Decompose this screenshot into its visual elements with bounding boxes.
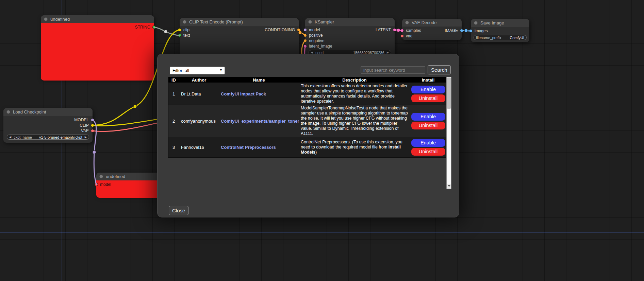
wire-reroute-dot[interactable] [464, 29, 468, 32]
collapse-dot-icon[interactable] [405, 21, 409, 24]
input-port-model[interactable] [95, 183, 98, 186]
input-port-clip[interactable] [178, 28, 181, 32]
port-row: MODEL [3, 117, 93, 123]
increment-arrow-icon[interactable]: ▶ [85, 136, 87, 139]
wire-vae-to-hidden [93, 122, 163, 131]
node-title: CLIP Text Encode (Prompt) [189, 19, 243, 24]
collapse-dot-icon[interactable] [99, 175, 103, 178]
extension-link[interactable]: ControlNet Preprocessors [221, 145, 276, 150]
column-header-name: Name [219, 77, 299, 83]
cell-install: EnableUninstall [410, 83, 446, 105]
uninstall-button[interactable]: Uninstall [411, 94, 445, 102]
manager-dialog: Filter: all ▼ Search IDAuthorNameDescrip… [157, 54, 459, 217]
node-undefined-top[interactable]: undefined STRING [41, 15, 154, 79]
node-title-bar[interactable]: KSampler [305, 18, 395, 26]
collapse-dot-icon[interactable] [44, 17, 48, 21]
node-title-bar[interactable]: CLIP Text Encode (Prompt) [180, 18, 299, 26]
cell-description: ControlNet Preprocessors. (To use this e… [299, 137, 410, 158]
port-row: text [180, 33, 299, 38]
cell-author: comfyanonymous [179, 105, 219, 137]
scrollbar-down-arrow-icon[interactable] [447, 184, 451, 188]
wire-reroute-dot[interactable] [93, 151, 96, 154]
input-port-latent-image[interactable] [303, 45, 307, 48]
table-header-row: IDAuthorNameDescriptionInstall [168, 77, 446, 83]
collapse-dot-icon[interactable] [183, 20, 186, 24]
input-port-text[interactable] [178, 34, 181, 37]
port-row: negative [305, 38, 395, 43]
port-row: images [471, 28, 529, 34]
extension-row: 3Fannovel16ControlNet PreprocessorsContr… [168, 137, 446, 158]
description-text: This extension offers various detector n… [301, 84, 408, 104]
node-title: VAE Decode [412, 20, 436, 25]
node-title: KSampler [315, 19, 334, 24]
uninstall-button[interactable]: Uninstall [411, 148, 445, 156]
input-port-label: positive [309, 33, 323, 38]
input-port-label: vae [406, 34, 412, 38]
filter-select[interactable]: Filter: all [170, 67, 225, 74]
collapse-dot-icon[interactable] [474, 21, 478, 25]
grid-axis-horizontal [0, 232, 644, 233]
wire-reroute-dot[interactable] [133, 105, 137, 108]
filter-select-wrap: Filter: all ▼ [170, 67, 225, 74]
output-port-label: CONDITIONING [265, 28, 295, 32]
extension-link[interactable]: ComfyUI_experiments/sampler_tonemap [221, 119, 299, 124]
extension-link[interactable]: ComfyUI Impact Pack [221, 91, 266, 96]
widget-label: filename_prefix [476, 36, 501, 40]
cell-description: This extension offers various detector n… [299, 83, 410, 105]
output-port-vae[interactable] [91, 129, 94, 133]
input-port-images[interactable] [469, 29, 473, 33]
enable-button[interactable]: Enable [411, 139, 445, 147]
node-title: Load Checkpoint [13, 109, 46, 115]
port-row: clip CONDITIONING [180, 27, 299, 33]
output-port-latent[interactable] [393, 28, 396, 32]
search-input[interactable] [361, 66, 425, 74]
column-header-author: Author [179, 77, 219, 83]
enable-button[interactable]: Enable [411, 113, 445, 121]
cell-install: EnableUninstall [410, 105, 446, 137]
wire-reroute-dot[interactable] [164, 30, 167, 33]
wire-reroute-dot[interactable] [397, 29, 400, 32]
node-title-bar[interactable]: Load Checkpoint [3, 108, 93, 116]
graph-canvas[interactable]: undefined STRING CLIP Text Encode (Promp… [0, 0, 644, 281]
output-port-clip[interactable] [91, 124, 94, 127]
cell-description: ModelSamplerTonemapNoiseTest a node that… [299, 105, 410, 137]
node-title: undefined [106, 174, 125, 179]
cell-name: ComfyUI_experiments/sampler_tonemap [219, 105, 299, 137]
input-port-model[interactable] [303, 28, 307, 32]
port-row: positive [305, 33, 395, 38]
input-port-negative[interactable] [303, 39, 307, 42]
column-header-id: ID [168, 77, 179, 83]
search-button[interactable]: Search [428, 65, 451, 74]
scrollbar-thumb[interactable] [447, 77, 451, 109]
output-port-image[interactable] [460, 29, 463, 32]
close-button[interactable]: Close [169, 206, 188, 215]
decrement-arrow-icon[interactable]: ◀ [9, 136, 11, 139]
cell-install: EnableUninstall [410, 137, 446, 158]
filename-prefix-widget[interactable]: filename_prefix ComfyUI [474, 35, 527, 40]
output-port-model[interactable] [91, 118, 94, 122]
node-title-bar[interactable]: Save Image [471, 19, 529, 27]
node-title-bar[interactable]: undefined [41, 15, 154, 23]
table-scrollbar[interactable] [446, 77, 451, 189]
node-title-bar[interactable]: VAE Decode [402, 19, 462, 27]
input-port-vae[interactable] [400, 34, 404, 38]
enable-button[interactable]: Enable [411, 86, 445, 93]
collapse-dot-icon[interactable] [308, 20, 312, 24]
output-port-string[interactable] [152, 25, 156, 29]
node-body: STRING [41, 23, 154, 81]
uninstall-button[interactable]: Uninstall [411, 122, 445, 129]
input-port-samples[interactable] [400, 29, 404, 32]
widget-value: ComfyUI [510, 36, 524, 40]
node-vae-decode[interactable]: VAE Decode samples IMAGE vae [402, 19, 462, 40]
output-port-label: VAE [81, 128, 89, 133]
port-row: vae [402, 33, 462, 39]
input-port-label: samples [406, 28, 421, 33]
description-text: ) [315, 150, 317, 155]
input-port-positive[interactable] [303, 34, 307, 37]
ckpt-name-widget[interactable]: ◀ ckpt_name v1-5-pruned-emaonly.ckpt ▶ [7, 135, 89, 140]
node-save-image[interactable]: Save Image images filename_prefix ComfyU… [471, 19, 529, 42]
extension-row: 2comfyanonymousComfyUI_experiments/sampl… [168, 105, 446, 137]
output-port-conditioning[interactable] [297, 28, 300, 32]
collapse-dot-icon[interactable] [6, 110, 10, 114]
node-load-checkpoint[interactable]: Load Checkpoint MODEL CLIP VAE ◀ ckpt_na… [3, 108, 93, 143]
